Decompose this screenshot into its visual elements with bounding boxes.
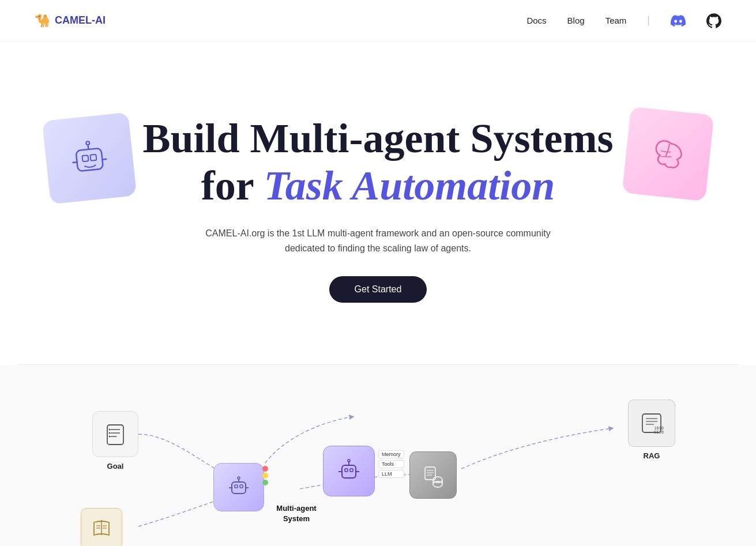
data-node [409, 451, 457, 499]
hero-title-accent: Task Automation [264, 163, 555, 209]
svg-rect-16 [240, 485, 243, 488]
goal-node: Goal [92, 411, 138, 470]
svg-point-4 [86, 141, 90, 145]
robot-icon [64, 133, 115, 184]
memory-tag: Memory [378, 450, 404, 458]
tools-tag: Tools [378, 460, 404, 468]
tag-yellow [262, 473, 268, 479]
book-box [81, 508, 122, 546]
svg-line-5 [73, 162, 77, 163]
hero-title-line1: Build Multi-agent Systems [142, 115, 613, 161]
svg-point-13 [109, 436, 111, 438]
svg-point-18 [238, 477, 240, 479]
central-robot-icon [335, 457, 363, 485]
rag-label: RAG [644, 451, 660, 460]
nav-links: Docs Blog Team | [526, 13, 721, 28]
svg-rect-23 [350, 469, 353, 472]
llm-tags: Memory Tools LLM [378, 450, 404, 478]
multi-system-label: Multi-agentSystem [271, 503, 322, 524]
navbar: 🐪 CAMEL-AI Docs Blog Team | [0, 0, 756, 42]
diagram-container: Goal [23, 400, 733, 546]
get-started-button[interactable]: Get Started [329, 276, 427, 303]
svg-line-6 [102, 159, 107, 159]
svg-rect-2 [90, 154, 96, 160]
central-agent-wrapper: Memory Tools LLM [323, 446, 375, 496]
svg-text:0110: 0110 [654, 430, 664, 435]
svg-point-25 [348, 460, 350, 462]
data-box [409, 451, 457, 499]
camel-icon: 🐪 [35, 13, 50, 28]
svg-line-3 [88, 145, 88, 149]
hero-subtitle: CAMEL-AI.org is the 1st LLM multi-agent … [205, 226, 551, 255]
github-icon [706, 13, 721, 28]
data-icon [420, 462, 446, 488]
nav-docs[interactable]: Docs [526, 16, 546, 25]
central-agent-node: Memory Tools LLM Multi-agentSystem [323, 446, 375, 496]
goal-label: Goal [107, 462, 124, 470]
rag-node: 1010 0110 RAG [628, 400, 675, 460]
svg-point-11 [109, 429, 111, 431]
discord-icon [671, 13, 686, 28]
logo-text: CAMEL-AI [55, 14, 106, 27]
goal-box [92, 411, 138, 457]
github-link[interactable] [706, 13, 721, 28]
logo-link[interactable]: 🐪 CAMEL-AI [35, 13, 106, 28]
diagram-section: Goal [0, 365, 756, 546]
bottom-left-node [81, 508, 122, 546]
agent-color-tags [262, 466, 268, 485]
svg-point-12 [109, 432, 111, 434]
nav-blog[interactable]: Blog [567, 16, 585, 25]
tag-red [262, 466, 268, 472]
rag-box: 1010 0110 [628, 400, 675, 447]
svg-rect-22 [345, 469, 348, 472]
multi-agent-robot-icon [225, 474, 252, 500]
svg-rect-7 [107, 425, 123, 445]
goal-icon [103, 421, 128, 447]
book-icon [91, 518, 112, 540]
central-agent-box [323, 446, 375, 496]
svg-rect-14 [232, 482, 246, 494]
nav-team[interactable]: Team [605, 16, 627, 25]
svg-rect-1 [82, 155, 88, 161]
rag-icon: 1010 0110 [639, 411, 664, 436]
hero-title: Build Multi-agent Systems for Task Autom… [142, 115, 613, 210]
multi-agent-box [213, 463, 264, 511]
brain-icon [643, 129, 694, 179]
nav-divider: | [647, 14, 650, 27]
svg-rect-21 [342, 465, 356, 478]
multi-agent-node [213, 463, 264, 511]
tag-green [262, 480, 268, 485]
hero-section: Build Multi-agent Systems for Task Autom… [0, 42, 756, 364]
discord-link[interactable] [671, 13, 686, 28]
robot-card [42, 112, 137, 205]
hero-title-line2-plain: for [201, 163, 264, 209]
brain-card [622, 107, 714, 201]
svg-rect-15 [235, 485, 238, 488]
svg-rect-0 [76, 148, 103, 171]
llm-tag: LLM [378, 470, 404, 478]
